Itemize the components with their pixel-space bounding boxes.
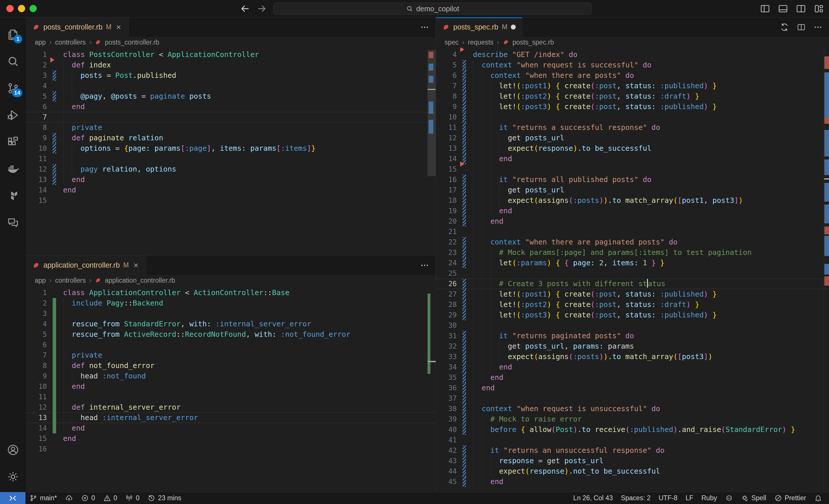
breadcrumb-item[interactable]: controllers [55,38,85,46]
overview-ruler[interactable] [428,286,436,492]
code-line-37[interactable]: 37 [436,393,829,404]
breadcrumb-item[interactable]: app [35,277,46,284]
tab-application-controller[interactable]: application_controller.rb M [26,255,146,275]
status-item-lf[interactable]: LF [682,494,697,502]
activity-item-source-control[interactable]: 14 [0,75,26,102]
code-line-16[interactable]: 16it "returns all published posts" do [436,175,829,185]
activity-item-gear[interactable] [0,463,26,490]
code-line-24[interactable]: 24let(:params) { { page: 2, items: 1 } } [436,258,829,268]
status-item-copilot[interactable] [721,494,737,502]
breadcrumb-item[interactable]: requests [468,38,494,46]
code-line-7[interactable]: 7private [26,350,436,360]
status-item-spell[interactable]: Spell [737,494,770,502]
code-line-45[interactable]: 45end [436,476,829,487]
code-line-10[interactable]: 10 [436,112,829,122]
status-item-main-[interactable]: main* [26,492,61,504]
code-editor-posts-spec[interactable]: 4describe "GET /index" do5context "when … [436,48,829,492]
layout-customize-icon[interactable] [814,3,824,14]
code-line-22[interactable]: 22context "when there are paginated post… [436,237,829,247]
code-line-8[interactable]: 8private [26,122,436,133]
code-line-9[interactable]: 9head :not_found [26,371,436,381]
minimize-window-button[interactable] [18,5,25,12]
code-line-4[interactable]: 4describe "GET /index" do [436,49,829,60]
code-line-6[interactable]: 6context "when there are posts" do [436,70,829,81]
code-line-33[interactable]: 33expect(assigns(:posts)).to match_array… [436,352,829,362]
code-line-9[interactable]: 9def paginate relation [26,133,436,143]
code-line-14[interactable]: 14end [436,154,829,164]
close-icon[interactable] [132,261,140,269]
code-line-43[interactable]: 43response = get posts_url [436,456,829,466]
breadcrumb-item[interactable]: spec [444,38,459,46]
remote-indicator[interactable] [0,492,26,504]
code-line-10[interactable]: 10options = {page: params[:page], items:… [26,143,436,154]
code-line-2[interactable]: 2def index [26,60,436,70]
close-window-button[interactable] [6,5,13,12]
code-line-16[interactable]: 16 [26,444,436,454]
code-line-30[interactable]: 30 [436,320,829,331]
code-line-31[interactable]: 31it "returns paginated posts" do [436,331,829,341]
code-line-11[interactable]: 11 [26,154,436,164]
code-line-7[interactable]: 7 [26,112,436,122]
code-line-34[interactable]: 34end [436,362,829,372]
activity-item-search[interactable] [0,48,26,75]
code-line-23[interactable]: 23# Mock params[:page] and params[:items… [436,247,829,258]
code-line-19[interactable]: 19end [436,206,829,216]
code-line-15[interactable]: 15 [26,195,436,206]
code-editor-application-controller[interactable]: 1class ApplicationController < ActionCon… [26,286,436,492]
code-line-11[interactable]: 11 [26,392,436,402]
status-item-23-mins[interactable]: 23 mins [143,492,185,504]
code-line-5[interactable]: 5@pagy, @posts = paginate posts [26,91,436,102]
status-item-ruby[interactable]: Ruby [697,494,721,502]
tab-posts-spec[interactable]: posts_spec.rb M [436,17,522,37]
code-line-7[interactable]: 7let!(:post1) { create(:post, status: :p… [436,81,829,91]
breadcrumb-item[interactable]: app [35,38,46,46]
code-line-4[interactable]: 4rescue_from StandardError, with: :inter… [26,319,436,329]
split-editor-icon[interactable] [797,23,806,32]
tab-posts-controller[interactable]: posts_controller.rb M [26,17,129,37]
breadcrumb-item[interactable]: posts_controller.rb [105,38,159,46]
code-line-8[interactable]: 8def not_found_error [26,360,436,371]
code-editor-posts-controller[interactable]: 1class PostsController < ApplicationCont… [26,48,436,255]
code-line-38[interactable]: 38context "when request is unsuccessful"… [436,404,829,414]
code-line-41[interactable]: 41 [436,435,829,445]
code-line-14[interactable]: 14end [26,185,436,195]
activity-item-terraform[interactable] [0,182,26,209]
code-line-25[interactable]: 25 [436,268,829,279]
more-actions-icon[interactable] [420,23,429,32]
zoom-window-button[interactable] [30,5,37,12]
status-item-spaces-2[interactable]: Spaces: 2 [617,494,655,502]
code-line-12[interactable]: 12def internal_server_error [26,402,436,412]
code-line-44[interactable]: 44expect(response).not_to be_successful [436,466,829,476]
status-item-prettier[interactable]: Prettier [770,494,810,502]
code-line-6[interactable]: 6end [26,102,436,112]
code-line-32[interactable]: 32get posts_url, params: params [436,341,829,352]
activity-item-debug[interactable] [0,102,26,129]
code-line-21[interactable]: 21 [436,226,829,237]
code-line-3[interactable]: 3 [26,309,436,319]
open-changes-icon[interactable] [780,23,789,32]
activity-item-account[interactable] [0,436,26,463]
status-item-cloud-upload[interactable] [61,492,77,504]
code-line-4[interactable]: 4 [26,81,436,91]
more-actions-icon[interactable] [420,261,429,270]
ellipsis-icon[interactable] [814,23,823,32]
code-line-1[interactable]: 1class ApplicationController < ActionCon… [26,288,436,298]
code-line-42[interactable]: 42it "returns an unsuccessful response" … [436,445,829,456]
code-line-13[interactable]: 13expect(response).to be_successful [436,143,829,154]
code-line-20[interactable]: 20end [436,216,829,226]
status-item-0[interactable]: 0 [99,492,121,504]
status-item-utf-8[interactable]: UTF-8 [655,494,682,502]
code-line-15[interactable]: 15 [436,164,829,175]
close-icon[interactable] [115,24,122,31]
code-line-6[interactable]: 6 [26,340,436,350]
status-item-ln-26-col-43[interactable]: Ln 26, Col 43 [569,494,617,502]
activity-item-comments[interactable] [0,209,26,236]
code-line-5[interactable]: 5context "when request is successful" do [436,60,829,70]
code-line-10[interactable]: 10end [26,381,436,392]
activity-item-extensions[interactable] [0,129,26,155]
breadcrumb-item[interactable]: posts_spec.rb [512,38,554,46]
code-line-13[interactable]: 13head :internal_server_error [26,412,436,423]
code-line-2[interactable]: 2include Pagy::Backend [26,298,436,309]
code-line-1[interactable]: 1class PostsController < ApplicationCont… [26,49,436,60]
code-line-27[interactable]: 27let!(:post1) { create(:post, status: :… [436,289,829,299]
